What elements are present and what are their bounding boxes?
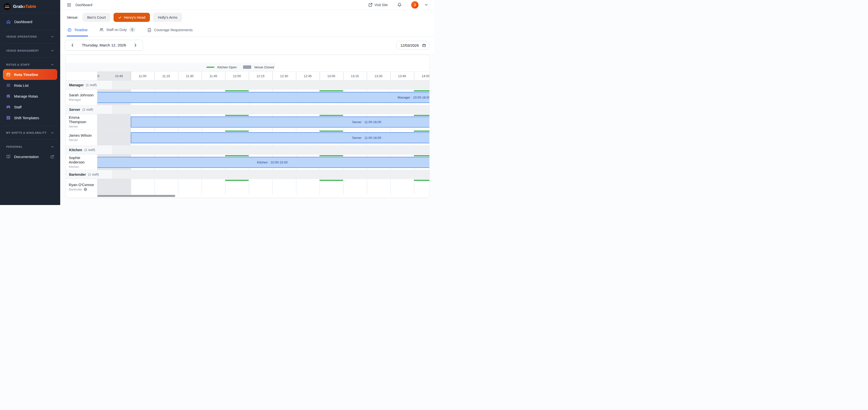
staff-name-cell: Emma Thompson Server [66,114,97,130]
kitchen-open-segment [414,180,429,181]
tab-label: Staff on Duty [106,28,127,32]
breadcrumb: Dashboard [75,3,92,7]
scrollbar-track[interactable] [97,195,429,198]
shift-bar-emma-thompson[interactable]: Server · 11:00-16:00 [131,117,429,128]
sidebar-item-label: Rota List [14,83,54,88]
next-day-button[interactable] [132,42,138,48]
date-input[interactable]: 12/03/2026 [396,41,430,50]
tab-staff-on-duty[interactable]: Staff on Duty 5 [99,27,136,36]
sidebar-item-manage-rotas[interactable]: Manage Rotas [3,91,57,101]
section-label: VENUE MANAGEMENT [6,49,39,52]
list-icon [6,83,10,88]
section-label: MY SHIFTS & AVAILABILITY [6,131,47,134]
staff-role: Server [69,138,95,142]
venue-option-hollys-arms[interactable]: Holly's Arms [153,13,182,22]
prev-day-button[interactable] [69,42,75,48]
shift-label: Server · 11:00-16:00 [352,136,381,139]
time-tick: 13:45 [394,71,411,81]
tabs: Timeline Staff on Duty 5 Coverage Requir… [60,25,434,37]
shift-label: Kitchen · 10:00-15:00 [257,160,287,164]
visit-site-link[interactable]: Visit Site [368,3,388,7]
scrollbar-thumb[interactable] [97,195,175,197]
avatar[interactable]: J [411,1,418,9]
sidebar: Grab ATable GrabaTable Dashboard VENUE O… [0,0,60,205]
sidebar-divider [3,57,57,58]
hamburger-menu-icon[interactable] [67,2,71,7]
staff-timeline-lane: Kitchen · 10:00-15:00 [97,154,429,170]
sidebar-divider [3,29,57,30]
staff-name: Sarah Johnson [69,93,95,97]
sidebar-item-rota-list[interactable]: Rota List [3,80,57,91]
timeline-scrollbar [66,195,429,198]
time-tick: 12:15 [252,71,269,81]
brand-logo: Grab ATable GrabaTable [0,0,60,13]
group-row-bartender: Bartender (1 staff) [66,170,429,179]
sidebar-item-shift-templates[interactable]: Shift Templates [3,112,57,123]
sidebar-item-label: Documentation [14,155,47,159]
app-root: Grab ATable GrabaTable Dashboard VENUE O… [0,0,434,205]
kitchen-open-swatch [207,67,214,68]
top-header: Dashboard Visit Site J [60,0,434,10]
sidebar-item-label: Manage Rotas [14,94,54,98]
shift-bar-james-wilson[interactable]: Server · 11:00-16:00 [131,132,429,143]
date-navigator: Thursday, March 12, 2026 [65,40,143,51]
venue-closed-band [97,130,131,145]
staff-role: Manager [69,98,95,101]
visit-site-label: Visit Site [375,3,388,7]
tab-timeline[interactable]: Timeline [67,28,88,36]
group-count: (1 staff) [86,83,97,87]
staff-name: James Wilson [69,133,95,138]
venue-closed-band [97,179,131,195]
info-icon[interactable]: i [84,188,87,191]
sidebar-section-venue-management[interactable]: VENUE MANAGEMENT [3,46,57,55]
sidebar-item-label: Staff [14,105,54,109]
shift-bar-sarah-johnson[interactable]: Manager · 10:00-18:00 [97,92,429,103]
kitchen-open-segment [225,90,249,91]
sidebar-section-rotas-staff[interactable]: ROTAS & STAFF [3,60,57,69]
time-tick: 12:30 [276,71,293,81]
sidebar-section-my-shifts[interactable]: MY SHIFTS & AVAILABILITY [3,128,57,137]
group-count: (1 staff) [84,148,95,152]
notifications-bell-icon[interactable] [397,2,402,7]
sidebar-item-dashboard[interactable]: Dashboard [3,16,57,27]
sidebar-item-documentation[interactable]: Documentation [3,151,57,162]
venue-option-bens-court[interactable]: Ben's Court [83,13,110,22]
venue-label: Venue: [67,15,79,20]
sidebar-section-personal[interactable]: PERSONAL [3,142,57,151]
legend-kitchen-open: Kitchen Open [207,65,237,69]
group-label-cell: Bartender (1 staff) [66,170,113,179]
group-name: Server [69,108,80,112]
legend-label: Venue Closed [254,65,274,69]
staff-name: Sophie Anderson [69,156,95,164]
avatar-chevron-down-icon[interactable] [425,3,428,7]
kitchen-open-segment [225,155,249,156]
sliders-icon [6,94,10,98]
group-name: Bartender [69,172,86,177]
staff-role: Bartender i [69,188,95,191]
shift-bar-sophie-anderson[interactable]: Kitchen · 10:00-15:00 [97,157,429,168]
brand-badge-line1: Grab [5,5,9,7]
kitchen-open-segment [319,180,343,181]
avatar-initial: J [414,3,416,7]
sidebar-nav: Dashboard VENUE OPERATIONS VENUE MANAGEM… [0,13,60,162]
chevron-down-icon [51,35,54,38]
brand-name: GrabaTable [13,4,36,9]
kitchen-open-segment [225,180,249,181]
tab-coverage-requirements[interactable]: Coverage Requirements [147,28,193,36]
venue-option-henrys-head[interactable]: Henry's Head [114,13,150,22]
sidebar-item-label: Shift Templates [14,116,54,120]
kitchen-open-segment [319,115,343,116]
date-input-value: 12/03/2026 [400,43,419,48]
kitchen-open-segment [225,130,249,132]
sidebar-section-venue-operations[interactable]: VENUE OPERATIONS [3,32,57,41]
time-tick: 11:30 [181,71,198,81]
chevron-down-icon [51,49,54,52]
sidebar-item-staff[interactable]: Staff [3,101,57,112]
sidebar-item-rota-timeline[interactable]: Rota Timeline [3,69,57,80]
staff-row-sarah-johnson: Sarah Johnson Manager Manager · 10:00-18… [66,90,429,105]
staff-name: Emma Thompson [69,115,95,124]
book-icon [6,154,10,159]
staff-name: Ryan O'Connor [69,183,95,187]
group-label-cell: Server (2 staff) [66,105,113,114]
staff-name-cell: Sophie Anderson Kitchen [66,154,97,170]
